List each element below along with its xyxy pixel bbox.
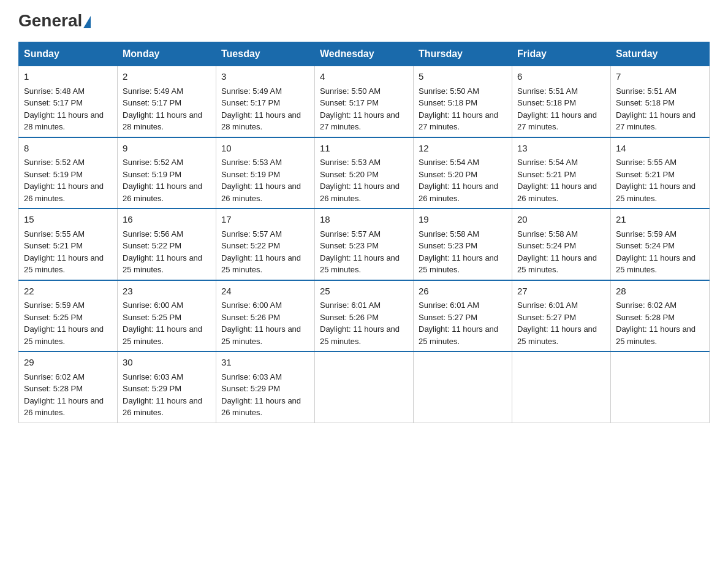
daylight-label: Daylight: 11 hours and 26 minutes. xyxy=(517,182,597,203)
calendar-week-row: 8Sunrise: 5:52 AMSunset: 5:19 PMDaylight… xyxy=(19,137,710,209)
sunrise-label: Sunrise: 5:49 AM xyxy=(221,86,282,96)
sunrise-label: Sunrise: 5:51 AM xyxy=(517,86,578,96)
calendar-cell: 11Sunrise: 5:53 AMSunset: 5:20 PMDayligh… xyxy=(315,137,414,209)
sunrise-label: Sunrise: 5:58 AM xyxy=(419,229,479,239)
day-number: 10 xyxy=(221,142,309,156)
sunrise-label: Sunrise: 5:50 AM xyxy=(419,86,479,96)
sunset-label: Sunset: 5:26 PM xyxy=(320,313,379,322)
calendar-cell: 17Sunrise: 5:57 AMSunset: 5:22 PMDayligh… xyxy=(216,209,315,280)
day-number: 16 xyxy=(123,213,211,227)
calendar-header-row: SundayMondayTuesdayWednesdayThursdayFrid… xyxy=(19,42,710,66)
sunset-label: Sunset: 5:23 PM xyxy=(320,241,379,250)
sunset-label: Sunset: 5:22 PM xyxy=(123,241,181,250)
daylight-label: Daylight: 11 hours and 26 minutes. xyxy=(123,396,202,418)
day-number: 13 xyxy=(517,142,605,156)
day-number: 24 xyxy=(221,285,309,299)
day-number: 18 xyxy=(320,213,408,227)
daylight-label: Daylight: 11 hours and 25 minutes. xyxy=(517,253,597,275)
day-number: 6 xyxy=(517,70,605,84)
calendar-header-friday: Friday xyxy=(512,42,611,66)
calendar-cell: 13Sunrise: 5:54 AMSunset: 5:21 PMDayligh… xyxy=(512,137,611,209)
daylight-label: Daylight: 11 hours and 25 minutes. xyxy=(616,324,696,346)
sunrise-label: Sunrise: 5:59 AM xyxy=(24,301,85,310)
calendar-week-row: 22Sunrise: 5:59 AMSunset: 5:25 PMDayligh… xyxy=(19,280,710,352)
calendar-cell: 1Sunrise: 5:48 AMSunset: 5:17 PMDaylight… xyxy=(19,66,118,137)
sunset-label: Sunset: 5:20 PM xyxy=(419,170,477,179)
calendar-table: SundayMondayTuesdayWednesdayThursdayFrid… xyxy=(18,42,710,423)
logo-triangle-icon xyxy=(83,16,91,28)
day-number: 29 xyxy=(24,356,112,370)
day-number: 21 xyxy=(616,213,704,227)
day-number: 14 xyxy=(616,142,704,156)
calendar-cell: 9Sunrise: 5:52 AMSunset: 5:19 PMDaylight… xyxy=(118,137,216,209)
daylight-label: Daylight: 11 hours and 26 minutes. xyxy=(24,396,104,418)
day-number: 22 xyxy=(24,285,112,299)
calendar-cell: 3Sunrise: 5:49 AMSunset: 5:17 PMDaylight… xyxy=(216,66,315,137)
daylight-label: Daylight: 11 hours and 26 minutes. xyxy=(221,396,301,418)
sunrise-label: Sunrise: 5:53 AM xyxy=(221,158,282,167)
sunrise-label: Sunrise: 5:55 AM xyxy=(616,158,677,167)
sunset-label: Sunset: 5:29 PM xyxy=(221,384,280,393)
sunrise-label: Sunrise: 6:03 AM xyxy=(221,372,282,381)
calendar-cell: 8Sunrise: 5:52 AMSunset: 5:19 PMDaylight… xyxy=(19,137,118,209)
calendar-cell: 23Sunrise: 6:00 AMSunset: 5:25 PMDayligh… xyxy=(118,280,216,352)
daylight-label: Daylight: 11 hours and 25 minutes. xyxy=(419,324,498,346)
calendar-cell: 15Sunrise: 5:55 AMSunset: 5:21 PMDayligh… xyxy=(19,209,118,280)
day-number: 4 xyxy=(320,70,408,84)
sunrise-label: Sunrise: 5:48 AM xyxy=(24,86,85,96)
sunset-label: Sunset: 5:25 PM xyxy=(24,313,83,322)
day-number: 26 xyxy=(419,285,507,299)
calendar-week-row: 29Sunrise: 6:02 AMSunset: 5:28 PMDayligh… xyxy=(19,351,710,423)
calendar-cell: 6Sunrise: 5:51 AMSunset: 5:18 PMDaylight… xyxy=(512,66,611,137)
day-number: 28 xyxy=(616,285,704,299)
daylight-label: Daylight: 11 hours and 27 minutes. xyxy=(320,110,400,132)
logo-general-text: General xyxy=(18,12,91,29)
calendar-cell: 19Sunrise: 5:58 AMSunset: 5:23 PMDayligh… xyxy=(414,209,512,280)
calendar-week-row: 15Sunrise: 5:55 AMSunset: 5:21 PMDayligh… xyxy=(19,209,710,280)
daylight-label: Daylight: 11 hours and 25 minutes. xyxy=(517,324,597,346)
day-number: 20 xyxy=(517,213,605,227)
day-number: 23 xyxy=(123,285,211,299)
calendar-cell: 5Sunrise: 5:50 AMSunset: 5:18 PMDaylight… xyxy=(414,66,512,137)
calendar-header-monday: Monday xyxy=(118,42,216,66)
day-number: 7 xyxy=(616,70,704,84)
day-number: 9 xyxy=(123,142,211,156)
sunrise-label: Sunrise: 6:01 AM xyxy=(419,301,479,310)
daylight-label: Daylight: 11 hours and 28 minutes. xyxy=(123,110,202,132)
daylight-label: Daylight: 11 hours and 25 minutes. xyxy=(24,253,104,275)
day-number: 1 xyxy=(24,70,112,84)
daylight-label: Daylight: 11 hours and 25 minutes. xyxy=(123,253,202,275)
day-number: 12 xyxy=(419,142,507,156)
sunrise-label: Sunrise: 5:50 AM xyxy=(320,86,381,96)
calendar-cell: 26Sunrise: 6:01 AMSunset: 5:27 PMDayligh… xyxy=(414,280,512,352)
day-number: 19 xyxy=(419,213,507,227)
sunset-label: Sunset: 5:21 PM xyxy=(616,170,675,179)
sunrise-label: Sunrise: 6:01 AM xyxy=(320,301,381,310)
page-header: General xyxy=(18,12,710,29)
sunrise-label: Sunrise: 5:49 AM xyxy=(123,86,183,96)
sunset-label: Sunset: 5:27 PM xyxy=(517,313,576,322)
day-number: 2 xyxy=(123,70,211,84)
daylight-label: Daylight: 11 hours and 27 minutes. xyxy=(517,110,597,132)
sunset-label: Sunset: 5:17 PM xyxy=(123,98,181,107)
daylight-label: Daylight: 11 hours and 28 minutes. xyxy=(24,110,104,132)
calendar-cell: 27Sunrise: 6:01 AMSunset: 5:27 PMDayligh… xyxy=(512,280,611,352)
sunrise-label: Sunrise: 5:54 AM xyxy=(517,158,578,167)
calendar-cell: 30Sunrise: 6:03 AMSunset: 5:29 PMDayligh… xyxy=(118,351,216,423)
calendar-cell: 20Sunrise: 5:58 AMSunset: 5:24 PMDayligh… xyxy=(512,209,611,280)
sunrise-label: Sunrise: 5:54 AM xyxy=(419,158,479,167)
calendar-cell: 25Sunrise: 6:01 AMSunset: 5:26 PMDayligh… xyxy=(315,280,414,352)
day-number: 30 xyxy=(123,356,211,370)
calendar-header-saturday: Saturday xyxy=(611,42,710,66)
sunrise-label: Sunrise: 5:52 AM xyxy=(24,158,85,167)
calendar-cell: 18Sunrise: 5:57 AMSunset: 5:23 PMDayligh… xyxy=(315,209,414,280)
daylight-label: Daylight: 11 hours and 25 minutes. xyxy=(320,324,400,346)
sunset-label: Sunset: 5:21 PM xyxy=(24,241,83,250)
sunrise-label: Sunrise: 6:01 AM xyxy=(517,301,578,310)
calendar-cell: 28Sunrise: 6:02 AMSunset: 5:28 PMDayligh… xyxy=(611,280,710,352)
sunset-label: Sunset: 5:25 PM xyxy=(123,313,181,322)
calendar-cell: 2Sunrise: 5:49 AMSunset: 5:17 PMDaylight… xyxy=(118,66,216,137)
sunrise-label: Sunrise: 5:57 AM xyxy=(221,229,282,239)
calendar-cell: 31Sunrise: 6:03 AMSunset: 5:29 PMDayligh… xyxy=(216,351,315,423)
daylight-label: Daylight: 11 hours and 26 minutes. xyxy=(24,182,104,203)
